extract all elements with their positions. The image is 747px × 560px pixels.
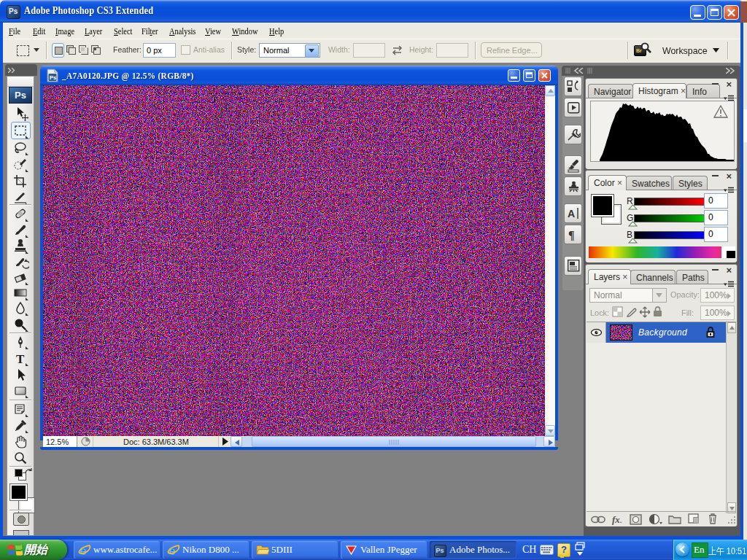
svg-text:T: T	[16, 352, 25, 366]
svg-text:¶: ¶	[568, 229, 575, 241]
svg-text:e: e	[80, 544, 86, 558]
svg-text:A: A	[568, 208, 575, 219]
svg-text:Ps: Ps	[50, 74, 56, 81]
svg-text:e: e	[169, 544, 175, 558]
